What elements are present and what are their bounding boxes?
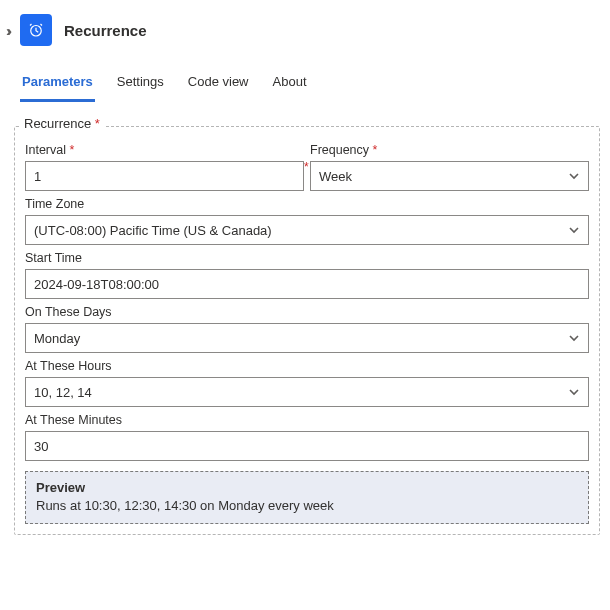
chevron-down-icon xyxy=(568,224,580,236)
tab-parameters[interactable]: Parameters xyxy=(20,68,95,102)
recurrence-panel: Recurrence * Interval * Frequency * * We… xyxy=(14,126,600,535)
tab-bar: Parameters Settings Code view About xyxy=(0,58,610,102)
frequency-col: Frequency * * Week xyxy=(310,137,589,191)
hours-value: 10, 12, 14 xyxy=(34,385,92,400)
chevron-down-icon xyxy=(568,332,580,344)
chevron-down-icon xyxy=(568,386,580,398)
hours-label: At These Hours xyxy=(25,359,589,373)
clock-icon xyxy=(27,21,45,39)
minutes-label: At These Minutes xyxy=(25,413,589,427)
recurrence-icon xyxy=(20,14,52,46)
tab-about[interactable]: About xyxy=(271,68,309,102)
days-value: Monday xyxy=(34,331,80,346)
required-marker: * xyxy=(373,143,378,157)
preview-heading: Preview xyxy=(36,480,578,495)
card-title: Recurrence xyxy=(64,22,147,39)
legend-text: Recurrence xyxy=(24,116,91,131)
hours-select[interactable]: 10, 12, 14 xyxy=(25,377,589,407)
chevron-down-icon xyxy=(568,170,580,182)
interval-frequency-row: Interval * Frequency * * Week xyxy=(25,137,589,191)
required-marker: * xyxy=(304,160,309,174)
required-marker: * xyxy=(95,116,100,131)
days-select[interactable]: Monday xyxy=(25,323,589,353)
timezone-select[interactable]: (UTC-08:00) Pacific Time (US & Canada) xyxy=(25,215,589,245)
preview-text: Runs at 10:30, 12:30, 14:30 on Monday ev… xyxy=(36,498,578,513)
expand-chevron-icon[interactable]: ›› xyxy=(6,22,8,39)
frequency-select[interactable]: * Week xyxy=(310,161,589,191)
starttime-label: Start Time xyxy=(25,251,589,265)
days-label: On These Days xyxy=(25,305,589,319)
starttime-input[interactable] xyxy=(25,269,589,299)
timezone-label: Time Zone xyxy=(25,197,589,211)
preview-box: Preview Runs at 10:30, 12:30, 14:30 on M… xyxy=(25,471,589,524)
frequency-value: Week xyxy=(319,169,352,184)
timezone-value: (UTC-08:00) Pacific Time (US & Canada) xyxy=(34,223,272,238)
interval-input[interactable] xyxy=(25,161,304,191)
recurrence-fieldset: Interval * Frequency * * Week xyxy=(14,126,600,535)
required-marker: * xyxy=(69,143,74,157)
frequency-label: Frequency * xyxy=(310,143,589,157)
interval-col: Interval * xyxy=(25,137,304,191)
tab-settings[interactable]: Settings xyxy=(115,68,166,102)
minutes-input[interactable] xyxy=(25,431,589,461)
card-header: ›› Recurrence xyxy=(0,0,610,58)
tab-code-view[interactable]: Code view xyxy=(186,68,251,102)
interval-label-text: Interval xyxy=(25,143,66,157)
frequency-label-text: Frequency xyxy=(310,143,369,157)
fieldset-legend: Recurrence * xyxy=(20,116,104,131)
interval-label: Interval * xyxy=(25,143,304,157)
